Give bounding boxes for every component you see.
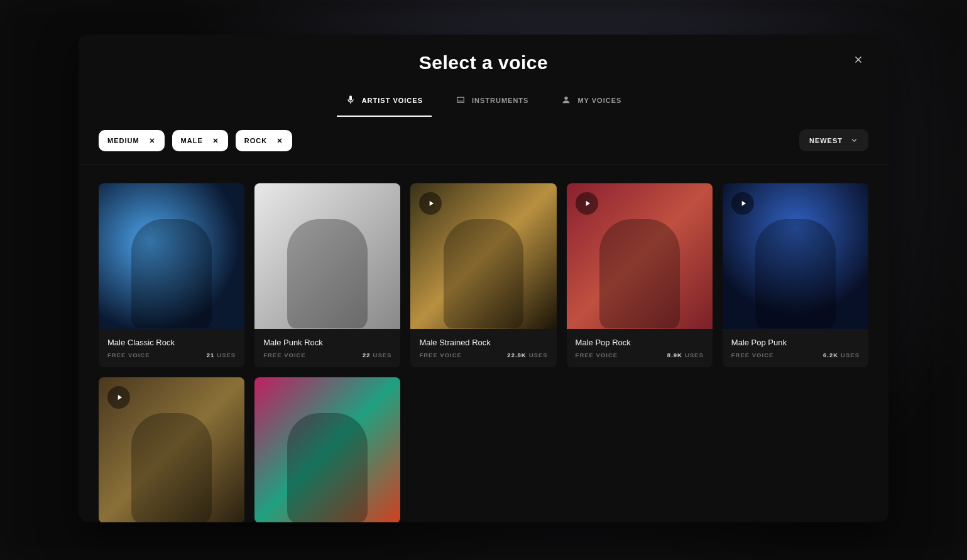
card-meta: FREE VOICE8.9KUSES <box>576 352 704 358</box>
voice-card[interactable]: Male Pop RockFREE VOICE8.9KUSES <box>567 183 713 367</box>
voice-name: Male Classic Rock <box>107 338 236 347</box>
card-info: Male Pop RockFREE VOICE8.9KUSES <box>567 329 713 367</box>
remove-filter-icon[interactable] <box>148 137 156 144</box>
chip-label: MALE <box>181 137 203 144</box>
modal-header: Select a voice ARTIST VOICESINSTRUMENTSM… <box>79 35 888 117</box>
voice-select-modal: Select a voice ARTIST VOICESINSTRUMENTSM… <box>79 35 888 522</box>
chevron-down-icon <box>850 136 858 144</box>
filter-chip-rock[interactable]: ROCK <box>236 130 292 151</box>
card-meta: FREE VOICE21USES <box>107 352 236 358</box>
card-info: Male Punk RockFREE VOICE22USES <box>254 329 400 367</box>
card-meta: FREE VOICE22USES <box>263 352 391 358</box>
voice-thumbnail <box>254 377 400 522</box>
free-label: FREE VOICE <box>419 352 462 358</box>
artist-image <box>755 219 836 328</box>
artist-image <box>287 219 368 328</box>
filter-chip-medium[interactable]: MEDIUM <box>99 130 165 151</box>
uses-label: USES <box>685 352 704 358</box>
tab-instruments[interactable]: INSTRUMENTS <box>451 91 533 116</box>
voice-name: Male Pop Rock <box>576 338 704 347</box>
uses-number: 21 <box>207 352 215 358</box>
play-button[interactable] <box>107 386 130 409</box>
uses-number: 6.2K <box>823 352 838 358</box>
sort-button[interactable]: NEWEST <box>799 129 868 151</box>
card-meta: FREE VOICE6.2KUSES <box>731 352 860 358</box>
tab-label: MY VOICES <box>577 97 621 104</box>
artist-image <box>444 219 524 328</box>
tab-label: ARTIST VOICES <box>362 97 423 104</box>
chip-label: MEDIUM <box>107 137 139 144</box>
card-info: Male Pop PunkFREE VOICE6.2KUSES <box>723 329 868 367</box>
card-meta: FREE VOICE22.8KUSES <box>419 352 547 358</box>
free-label: FREE VOICE <box>576 352 618 358</box>
remove-filter-icon[interactable] <box>212 137 219 144</box>
tabs-row: ARTIST VOICESINSTRUMENTSMY VOICES <box>341 91 627 117</box>
voice-card[interactable]: Male Punk RockFREE VOICE22USES <box>254 183 400 367</box>
voice-card[interactable]: Male Strained RockFREE VOICE22.8KUSES <box>410 183 556 367</box>
person-icon <box>561 95 571 106</box>
uses-count: 21USES <box>207 352 236 358</box>
artist-image <box>131 413 212 522</box>
card-info: Male Classic RockFREE VOICE21USES <box>99 329 244 367</box>
free-label: FREE VOICE <box>731 352 774 358</box>
voice-card[interactable]: Male Pop PunkFREE VOICE6.2KUSES <box>723 183 868 367</box>
voice-thumbnail <box>567 183 713 329</box>
voice-thumbnail <box>723 183 868 329</box>
filter-row: MEDIUMMALEROCK NEWEST <box>79 117 888 164</box>
free-label: FREE VOICE <box>107 352 150 358</box>
card-info: Male Strained RockFREE VOICE22.8KUSES <box>410 329 556 367</box>
voice-thumbnail <box>99 377 244 522</box>
chip-label: ROCK <box>244 137 267 144</box>
voice-name: Male Punk Rock <box>263 338 391 347</box>
uses-label: USES <box>373 352 392 358</box>
artist-image <box>599 219 680 328</box>
play-button[interactable] <box>576 192 598 215</box>
artist-image <box>287 413 368 522</box>
tab-label: INSTRUMENTS <box>472 97 528 104</box>
voice-thumbnail <box>99 183 244 329</box>
piano-icon <box>456 95 466 106</box>
uses-count: 22USES <box>363 352 391 358</box>
play-button[interactable] <box>419 192 442 215</box>
voice-card[interactable]: Male Classic RockFREE VOICE21USES <box>99 183 244 367</box>
close-button[interactable] <box>851 52 866 67</box>
uses-label: USES <box>529 352 548 358</box>
modal-title: Select a voice <box>419 52 548 73</box>
uses-label: USES <box>217 352 236 358</box>
voice-thumbnail <box>410 183 556 329</box>
play-icon <box>583 199 592 208</box>
voice-card[interactable] <box>99 377 244 522</box>
play-icon <box>115 393 124 402</box>
tab-my-voices[interactable]: MY VOICES <box>556 91 626 116</box>
sort-label: NEWEST <box>809 137 843 144</box>
play-icon <box>739 199 748 208</box>
play-icon <box>427 199 435 208</box>
uses-count: 22.8KUSES <box>507 352 547 358</box>
remove-filter-icon[interactable] <box>276 137 283 144</box>
uses-count: 6.2KUSES <box>823 352 860 358</box>
voice-thumbnail <box>254 183 400 329</box>
artist-image <box>131 219 212 328</box>
free-label: FREE VOICE <box>263 352 306 358</box>
uses-number: 8.9K <box>667 352 682 358</box>
play-button[interactable] <box>731 192 754 215</box>
voice-name: Male Pop Punk <box>731 338 860 347</box>
uses-label: USES <box>841 352 860 358</box>
uses-number: 22.8K <box>507 352 526 358</box>
voice-name: Male Strained Rock <box>419 338 547 347</box>
voice-grid: Male Classic RockFREE VOICE21USESMale Pu… <box>99 183 868 522</box>
mic-icon <box>346 95 356 106</box>
voice-card[interactable] <box>254 377 400 522</box>
filter-chip-male[interactable]: MALE <box>172 130 228 151</box>
uses-count: 8.9KUSES <box>667 352 704 358</box>
uses-number: 22 <box>363 352 371 358</box>
grid-scroll[interactable]: Male Classic RockFREE VOICE21USESMale Pu… <box>79 164 888 522</box>
tab-artist-voices[interactable]: ARTIST VOICES <box>341 91 428 116</box>
close-icon <box>853 54 864 65</box>
